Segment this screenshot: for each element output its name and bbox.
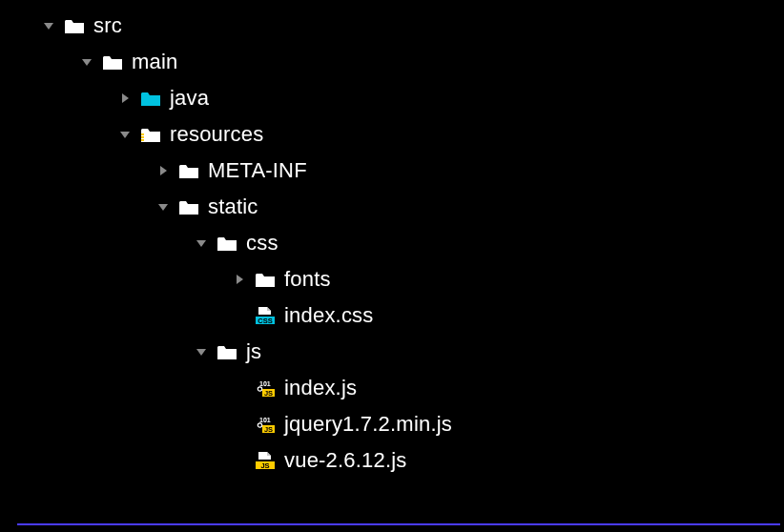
tree-row[interactable]: JS vue-2.6.12.js bbox=[0, 442, 784, 479]
chevron-down-icon[interactable] bbox=[114, 124, 135, 145]
svg-marker-8 bbox=[158, 204, 168, 211]
folder-icon bbox=[63, 15, 86, 36]
css-file-icon: CSS bbox=[254, 305, 277, 326]
tree-row[interactable]: META-INF bbox=[0, 153, 784, 189]
tree-item-label: META-INF bbox=[208, 158, 307, 183]
folder-icon bbox=[177, 196, 200, 217]
tree-item-label: resources bbox=[170, 122, 263, 147]
folder-icon bbox=[254, 269, 277, 290]
svg-marker-9 bbox=[196, 240, 206, 247]
folder-icon bbox=[177, 160, 200, 181]
tree-item-label: vue-2.6.12.js bbox=[284, 448, 407, 473]
svg-marker-7 bbox=[160, 166, 167, 175]
js-file-icon: 101 JS bbox=[254, 414, 277, 435]
tree-item-label: java bbox=[170, 86, 209, 111]
chevron-down-icon[interactable] bbox=[191, 341, 212, 362]
chevron-down-icon[interactable] bbox=[153, 196, 174, 217]
resources-folder-icon bbox=[139, 124, 162, 145]
tree-row[interactable]: resources bbox=[0, 116, 784, 153]
js-file-icon: 101 JS bbox=[254, 378, 277, 399]
folder-icon bbox=[216, 233, 238, 254]
svg-marker-14 bbox=[196, 349, 206, 356]
svg-rect-6 bbox=[141, 139, 144, 141]
tree-row[interactable]: fonts bbox=[0, 261, 784, 297]
tree-row[interactable]: 101 JS jquery1.7.2.min.js bbox=[0, 406, 784, 442]
js-file-icon: JS bbox=[254, 450, 277, 471]
svg-marker-3 bbox=[120, 132, 130, 138]
svg-point-22 bbox=[258, 423, 261, 427]
tree-row[interactable]: static bbox=[0, 189, 784, 225]
tree-item-label: js bbox=[246, 339, 261, 364]
svg-text:CSS: CSS bbox=[258, 317, 272, 325]
svg-text:JS: JS bbox=[260, 461, 269, 470]
svg-rect-5 bbox=[141, 136, 144, 138]
svg-marker-2 bbox=[122, 93, 129, 103]
tree-item-label: css bbox=[246, 231, 279, 256]
chevron-down-icon[interactable] bbox=[191, 233, 212, 254]
svg-marker-1 bbox=[82, 59, 92, 66]
chevron-down-icon[interactable] bbox=[76, 51, 97, 72]
source-folder-icon bbox=[139, 88, 162, 109]
tree-row[interactable]: 101 JS index.js bbox=[0, 370, 784, 406]
chevron-right-icon[interactable] bbox=[114, 88, 135, 109]
chevron-down-icon[interactable] bbox=[38, 15, 59, 36]
tree-item-label: index.css bbox=[284, 303, 374, 328]
tree-item-label: jquery1.7.2.min.js bbox=[284, 412, 452, 437]
svg-marker-10 bbox=[237, 275, 243, 284]
tree-item-label: fonts bbox=[284, 267, 331, 292]
folder-icon bbox=[101, 51, 124, 72]
svg-text:JS: JS bbox=[264, 389, 273, 398]
tree-item-label: static bbox=[208, 194, 258, 219]
chevron-right-icon[interactable] bbox=[153, 160, 174, 181]
svg-text:101: 101 bbox=[259, 417, 271, 423]
tree-item-label: index.js bbox=[284, 376, 357, 400]
tree-row[interactable]: css bbox=[0, 225, 784, 261]
selection-underline bbox=[17, 523, 780, 525]
tree-row[interactable]: java bbox=[0, 80, 784, 116]
svg-rect-4 bbox=[141, 133, 144, 135]
svg-text:101: 101 bbox=[259, 380, 271, 387]
svg-text:JS: JS bbox=[264, 425, 273, 434]
tree-row[interactable]: CSS index.css bbox=[0, 297, 784, 334]
chevron-right-icon[interactable] bbox=[229, 269, 250, 290]
folder-icon bbox=[216, 341, 238, 362]
tree-row[interactable]: main bbox=[0, 44, 784, 80]
svg-point-17 bbox=[258, 387, 261, 391]
svg-marker-0 bbox=[44, 23, 53, 30]
tree-row[interactable]: src bbox=[0, 8, 784, 44]
tree-item-label: src bbox=[93, 13, 122, 38]
tree-item-label: main bbox=[132, 50, 178, 74]
file-tree: src main java resources META-INF bbox=[0, 0, 784, 479]
tree-row[interactable]: js bbox=[0, 334, 784, 370]
